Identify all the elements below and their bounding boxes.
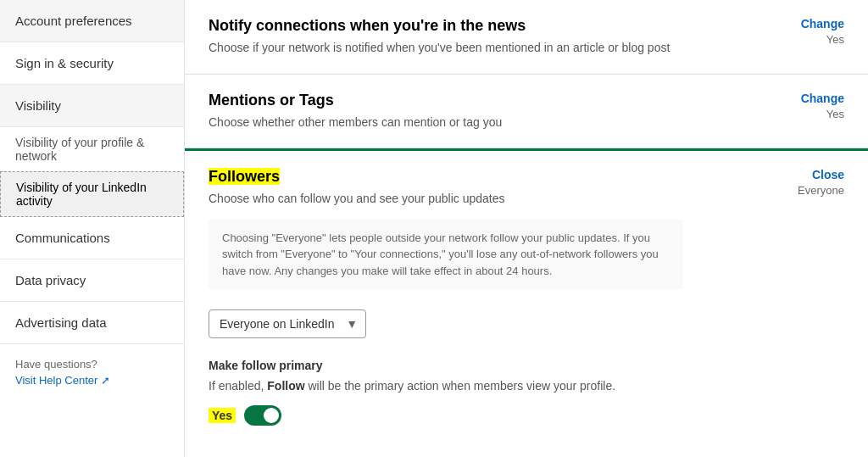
sidebar-item-label: Sign in & security (15, 56, 114, 70)
sidebar-item-label: Data privacy (15, 273, 86, 287)
action-value-mentions: Yes (785, 108, 844, 120)
follow-desc-bold: Follow (267, 379, 304, 393)
followers-warning: Choosing "Everyone" lets people outside … (209, 220, 683, 290)
main-content: Notify connections when you're in the ne… (185, 0, 868, 457)
sidebar-footer-question: Have questions? (15, 358, 97, 371)
section-action: Change Yes (785, 17, 844, 46)
sidebar: Account preferences Sign in & security V… (0, 0, 185, 457)
make-follow-primary-label: Make follow primary (209, 359, 844, 372)
sidebar-item-label: Communications (15, 231, 110, 245)
section-header: Mentions or Tags Choose whether other me… (209, 92, 844, 131)
sidebar-item-label: Visibility (15, 98, 61, 113)
sidebar-item-sign-in-security[interactable]: Sign in & security (0, 42, 184, 85)
toggle-yes-label: Yes (209, 408, 236, 423)
followers-action: Close Everyone (785, 168, 844, 197)
section-desc: Choose if your network is notified when … (209, 40, 670, 57)
sidebar-item-label: Advertising data (15, 315, 107, 330)
visit-help-center-link[interactable]: Visit Help Center ➚ (15, 374, 169, 387)
section-title: Mentions or Tags (209, 92, 502, 109)
sidebar-item-advertising-data[interactable]: Advertising data (0, 302, 184, 344)
sidebar-sub-item-label: Visibility of your LinkedIn activity (16, 181, 147, 208)
section-text: Notify connections when you're in the ne… (209, 17, 670, 57)
sidebar-item-label: Account preferences (15, 14, 132, 28)
section-mentions-tags: Mentions or Tags Choose whether other me… (185, 75, 868, 149)
followers-action-value: Everyone (785, 184, 844, 197)
action-value-notify: Yes (785, 33, 844, 46)
section-desc: Choose whether other members can mention… (209, 114, 502, 131)
followers-header: Followers Choose who can follow you and … (209, 168, 844, 208)
toggle-knob (264, 408, 279, 423)
section-followers: Followers Choose who can follow you and … (185, 148, 868, 443)
followers-body: Choosing "Everyone" lets people outside … (209, 220, 844, 426)
followers-title: Followers (209, 168, 504, 186)
followers-desc: Choose who can follow you and see your p… (209, 191, 504, 208)
sidebar-sub-item-visibility-linkedin-activity[interactable]: Visibility of your LinkedIn activity (0, 171, 184, 217)
section-text: Mentions or Tags Choose whether other me… (209, 92, 502, 131)
change-mentions-button[interactable]: Change (801, 92, 844, 105)
followers-text: Followers Choose who can follow you and … (209, 168, 504, 208)
sidebar-sub-item-visibility-profile-network[interactable]: Visibility of your profile & network (0, 127, 184, 171)
toggle-row: Yes (209, 405, 844, 426)
follow-desc: If enabled, Follow will be the primary a… (209, 377, 844, 395)
close-followers-button[interactable]: Close (812, 168, 844, 181)
external-link-icon: ➚ (101, 374, 110, 387)
section-title: Notify connections when you're in the ne… (209, 17, 670, 35)
section-header: Notify connections when you're in the ne… (209, 17, 844, 57)
followers-select[interactable]: Everyone on LinkedIn Your connections (209, 309, 366, 338)
section-action: Change Yes (785, 92, 844, 120)
help-center-label: Visit Help Center (15, 374, 97, 387)
follow-desc-before: If enabled, (209, 379, 267, 393)
sidebar-footer: Have questions? Visit Help Center ➚ (0, 344, 184, 400)
sidebar-item-account-preferences[interactable]: Account preferences (0, 0, 184, 42)
follow-toggle[interactable] (244, 405, 281, 426)
follow-desc-after: will be the primary action when members … (305, 379, 615, 393)
followers-select-wrapper: Everyone on LinkedIn Your connections ▼ (209, 309, 366, 338)
sidebar-item-visibility[interactable]: Visibility (0, 85, 184, 127)
sidebar-item-data-privacy[interactable]: Data privacy (0, 259, 184, 302)
section-notify-connections: Notify connections when you're in the ne… (185, 0, 868, 75)
change-notify-button[interactable]: Change (801, 17, 844, 31)
sidebar-item-communications[interactable]: Communications (0, 217, 184, 259)
sidebar-sub-item-label: Visibility of your profile & network (15, 136, 144, 163)
